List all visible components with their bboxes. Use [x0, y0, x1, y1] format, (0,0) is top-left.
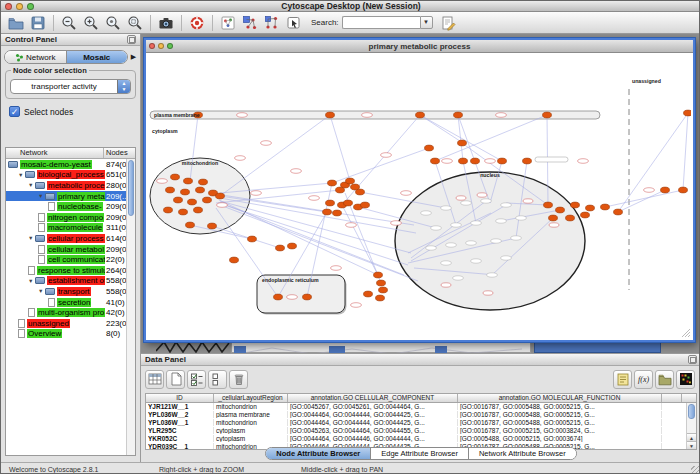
- tree-row[interactable]: ▼transport558(0): [6, 286, 135, 297]
- network-node[interactable]: [208, 223, 217, 229]
- tree-item-label[interactable]: primary metabo: [57, 192, 105, 201]
- tree-item-label[interactable]: establishment of lo: [47, 276, 105, 285]
- layout-a-button[interactable]: [240, 14, 260, 32]
- network-node[interactable]: [549, 215, 558, 221]
- network-node[interactable]: [581, 212, 590, 218]
- layout-b-button[interactable]: [262, 14, 282, 32]
- attribute-table-button[interactable]: [145, 370, 164, 389]
- table-column-header[interactable]: annotation.GO MOLECULAR_FUNCTION: [458, 394, 662, 402]
- tree-item-label[interactable]: cellular metabol: [47, 245, 105, 254]
- tree-column-nodes[interactable]: Nodes: [104, 148, 135, 158]
- network-node[interactable]: [586, 205, 595, 211]
- network-node[interactable]: [416, 112, 425, 118]
- tree-row[interactable]: unassigned223(0): [6, 318, 135, 329]
- tree-row[interactable]: macromolecule311(0): [6, 223, 135, 234]
- import-attributes-button[interactable]: [655, 370, 674, 389]
- tree-row[interactable]: ▼establishment of lo558(0): [6, 276, 135, 287]
- network-node[interactable]: [376, 295, 385, 301]
- network-node[interactable]: [164, 207, 173, 213]
- tab-network[interactable]: Network: [5, 51, 66, 63]
- resize-grip[interactable]: [691, 466, 700, 474]
- table-row[interactable]: YKR052Ccytoplasm[GO:0044464, GO:0044446,…: [146, 435, 696, 443]
- network-node[interactable]: [188, 199, 197, 205]
- network-node[interactable]: [171, 174, 180, 180]
- create-attribute-button[interactable]: [166, 370, 185, 389]
- formula-builder-button[interactable]: f(x): [634, 370, 653, 389]
- tree-row[interactable]: nucleobase-209(0): [6, 201, 135, 212]
- network-node[interactable]: [601, 204, 610, 210]
- notes-button[interactable]: [613, 370, 632, 389]
- tab-overflow-arrow[interactable]: ▶: [128, 53, 137, 61]
- table-column-header[interactable]: annotation.GO CELLULAR_COMPONENT: [288, 394, 458, 402]
- network-graph[interactable]: plasma membranecytoplasmmitochondrionnuc…: [146, 53, 691, 338]
- network-node[interactable]: [166, 187, 175, 193]
- node-color-dropdown[interactable]: transporter activity ▲▼: [10, 79, 131, 94]
- network-node[interactable]: [328, 180, 337, 186]
- network-node[interactable]: [181, 189, 190, 195]
- tree-item-label[interactable]: nucleobase-: [57, 202, 103, 211]
- tab-node-attribute-browser[interactable]: Node Attribute Browser: [266, 448, 370, 459]
- tree-item-label[interactable]: metabolic process: [47, 181, 105, 190]
- tab-network-attribute-browser[interactable]: Network Attribute Browser: [468, 448, 576, 459]
- table-column-header[interactable]: _cellularLayoutRegion: [214, 394, 288, 402]
- network-node[interactable]: [230, 257, 239, 263]
- select-attributes-button[interactable]: [187, 370, 206, 389]
- delete-attribute-button[interactable]: [229, 370, 248, 389]
- network-node[interactable]: [186, 222, 195, 228]
- network-node[interactable]: [344, 200, 353, 206]
- network-node[interactable]: [614, 209, 623, 215]
- network-node[interactable]: [333, 210, 342, 216]
- network-view-window[interactable]: primary metabolic process plasma membran…: [144, 38, 695, 342]
- table-row[interactable]: YLR295Ccytoplasm[GO:0045263, GO:0044464,…: [146, 427, 696, 435]
- table-scrollbar-thumb[interactable]: [688, 404, 695, 419]
- network-node[interactable]: [346, 178, 355, 184]
- zoom-in-button[interactable]: [81, 14, 101, 32]
- canvas-resize-grip[interactable]: [682, 329, 690, 337]
- network-node[interactable]: [288, 243, 297, 249]
- open-session-button[interactable]: [6, 14, 26, 32]
- network-node[interactable]: [336, 187, 345, 193]
- network-node[interactable]: [543, 112, 552, 118]
- network-node[interactable]: [274, 294, 283, 300]
- plugin-network-button[interactable]: [218, 14, 238, 32]
- tree-row[interactable]: multi-organism pro42(0): [6, 307, 135, 318]
- table-row[interactable]: YJR121W__1mitochondrion[GO:0045267, GO:0…: [146, 403, 696, 411]
- tree-scrollbar[interactable]: [126, 159, 135, 455]
- network-node[interactable]: [377, 280, 386, 286]
- scroll-up-icon[interactable]: ▲: [687, 433, 696, 441]
- select-nodes-checkbox[interactable]: ✓: [9, 106, 20, 117]
- network-node[interactable]: [364, 291, 373, 297]
- snapshot-button[interactable]: [156, 14, 176, 32]
- network-node[interactable]: [326, 112, 335, 118]
- tree-expander-icon[interactable]: ▼: [28, 182, 35, 188]
- tree-row[interactable]: secretion41(0): [6, 297, 135, 308]
- network-node[interactable]: [361, 202, 370, 208]
- tree-row[interactable]: nitrogen compo209(0): [6, 212, 135, 223]
- tree-expander-icon[interactable]: ▼: [38, 193, 45, 199]
- tree-item-label[interactable]: mosaic-demo-yeast: [20, 160, 92, 169]
- network-node[interactable]: [544, 202, 553, 208]
- network-node[interactable]: [379, 287, 388, 293]
- network-node[interactable]: [523, 158, 532, 164]
- network-node[interactable]: [374, 272, 383, 278]
- float-panel-icon[interactable]: [127, 35, 136, 44]
- tree-expander-icon[interactable]: ▼: [28, 235, 35, 241]
- tree-expander-icon[interactable]: ▼: [28, 278, 35, 284]
- tree-item-label[interactable]: nitrogen compo: [47, 213, 104, 222]
- nucleus-region[interactable]: [395, 172, 585, 310]
- tree-row[interactable]: ▼biological_process651(0): [6, 170, 135, 181]
- network-node[interactable]: [179, 209, 188, 215]
- tree-row[interactable]: Overview8(0): [6, 329, 135, 340]
- network-node[interactable]: [199, 179, 208, 185]
- tree-expander-icon[interactable]: ▼: [38, 288, 45, 294]
- background-window-fragment[interactable]: [156, 341, 231, 353]
- network-node[interactable]: [556, 207, 565, 213]
- tree-row[interactable]: cell communicat22(0): [6, 254, 135, 265]
- network-node[interactable]: [471, 158, 480, 164]
- network-node[interactable]: [458, 140, 467, 146]
- heatmap-button[interactable]: [676, 370, 695, 389]
- save-session-button[interactable]: [28, 14, 48, 32]
- plasma-membrane-region[interactable]: [150, 111, 600, 119]
- network-node[interactable]: [498, 158, 507, 164]
- help-button[interactable]: [187, 14, 207, 32]
